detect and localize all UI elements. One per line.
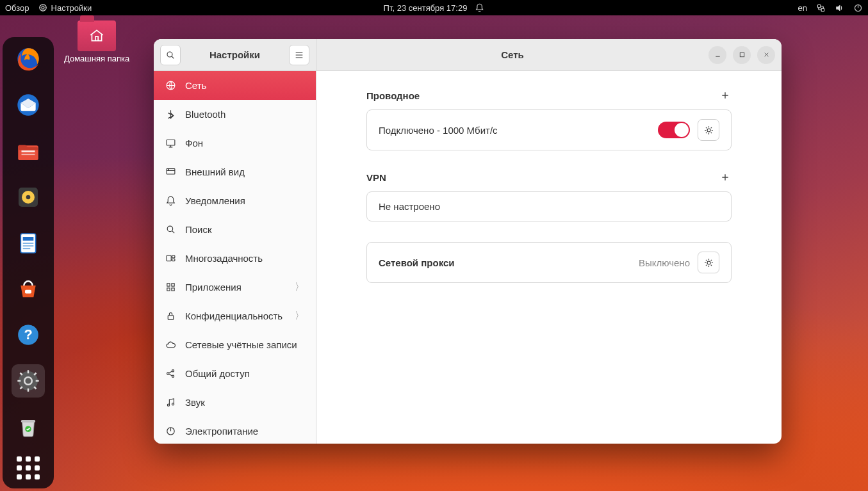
desktop-home-folder[interactable]: Домашняя папка [64, 20, 129, 63]
display-icon [165, 138, 176, 149]
svg-rect-2 [818, 4, 821, 7]
sidebar-item-search[interactable]: Поиск [154, 215, 316, 244]
svg-rect-28 [167, 140, 175, 146]
power-tray-icon[interactable] [853, 3, 863, 13]
sidebar-item-online-accounts[interactable]: Сетевые учётные записи [154, 330, 316, 359]
gear-icon [703, 257, 714, 268]
svg-rect-36 [172, 284, 174, 286]
sidebar-item-apps[interactable]: Приложения 〉 [154, 273, 316, 302]
clock[interactable]: Пт, 23 сентября 17:29 [384, 3, 485, 13]
window-maximize-button[interactable] [733, 46, 751, 64]
wired-toggle[interactable] [658, 122, 690, 138]
add-wired-button[interactable] [719, 89, 732, 102]
sidebar-item-appearance[interactable]: Внешний вид [154, 157, 316, 186]
proxy-heading: Сетевой прокси [379, 257, 639, 268]
proxy-status-label: Выключено [639, 257, 690, 268]
multitask-icon [165, 253, 176, 264]
sidebar-item-label: Электропитание [185, 426, 258, 437]
svg-point-40 [167, 373, 169, 374]
share-icon [165, 368, 176, 379]
app-menu[interactable]: Настройки [38, 3, 92, 13]
dock-writer[interactable] [12, 227, 45, 260]
dock-rhythmbox[interactable] [12, 181, 45, 214]
keyboard-indicator[interactable]: en [798, 3, 807, 13]
add-vpn-button[interactable] [719, 171, 732, 184]
svg-rect-32 [167, 255, 171, 261]
hamburger-button[interactable] [289, 45, 309, 65]
svg-text:?: ? [24, 326, 32, 342]
svg-point-31 [167, 226, 173, 232]
svg-rect-8 [22, 150, 35, 152]
svg-rect-19 [25, 290, 31, 294]
gear-icon [703, 125, 714, 136]
sidebar-list: Сеть Bluetooth Фон Внешний вид Уведомлен… [154, 71, 316, 444]
dock: ? [3, 37, 54, 488]
dock-files[interactable] [12, 134, 45, 168]
svg-point-42 [172, 375, 174, 377]
sidebar-item-privacy[interactable]: Конфиденциальность 〉 [154, 302, 316, 330]
dock-settings[interactable] [12, 364, 45, 398]
settings-sidebar: Настройки Сеть Bluetooth Фон Внешний вид [154, 39, 316, 444]
activities-button[interactable]: Обзор [5, 3, 29, 13]
lock-icon [165, 310, 176, 321]
svg-point-41 [172, 370, 174, 372]
dock-apps-button[interactable] [17, 456, 40, 479]
settings-window: Настройки Сеть Bluetooth Фон Внешний вид [154, 39, 782, 444]
bluetooth-icon [165, 109, 176, 120]
search-button[interactable] [160, 45, 181, 65]
wired-status-label: Подключено - 1000 Мбит/с [379, 125, 658, 136]
svg-rect-33 [172, 255, 175, 258]
svg-point-30 [168, 170, 169, 170]
music-icon [165, 397, 176, 408]
app-menu-label: Настройки [51, 3, 92, 13]
volume-tray-icon[interactable] [835, 3, 844, 13]
svg-rect-46 [740, 52, 744, 56]
svg-rect-16 [23, 243, 34, 244]
proxy-settings-button[interactable] [698, 252, 719, 273]
sidebar-item-background[interactable]: Фон [154, 129, 316, 157]
wired-heading: Проводное [366, 90, 420, 101]
dock-software[interactable] [12, 272, 45, 305]
sidebar-item-label: Общий доступ [185, 368, 250, 379]
sidebar-item-network[interactable]: Сеть [154, 71, 316, 100]
svg-rect-38 [172, 288, 174, 291]
window-minimize-button[interactable] [708, 46, 726, 64]
sidebar-item-label: Поиск [185, 224, 212, 235]
sidebar-item-multitasking[interactable]: Многозадачность [154, 244, 316, 273]
network-tray-icon[interactable] [816, 3, 826, 13]
search-icon [165, 50, 176, 60]
sidebar-header: Настройки [154, 39, 316, 71]
sidebar-item-label: Уведомления [185, 195, 245, 206]
svg-rect-35 [167, 284, 170, 286]
sidebar-item-label: Сетевые учётные записи [185, 339, 297, 350]
sidebar-item-bluetooth[interactable]: Bluetooth [154, 100, 316, 129]
svg-rect-39 [168, 316, 174, 319]
sidebar-item-label: Внешний вид [185, 166, 245, 177]
sidebar-item-sound[interactable]: Звук [154, 388, 316, 417]
svg-point-1 [42, 6, 44, 9]
dock-help[interactable]: ? [12, 318, 45, 351]
window-close-button[interactable] [757, 46, 775, 64]
svg-point-47 [707, 129, 710, 132]
wired-settings-button[interactable] [698, 119, 719, 141]
dock-trash[interactable] [12, 410, 45, 444]
svg-rect-9 [22, 154, 35, 155]
svg-point-26 [167, 52, 172, 57]
svg-rect-37 [167, 288, 170, 291]
sidebar-item-label: Звук [185, 397, 205, 408]
minimize-icon [714, 51, 721, 58]
wired-section-header: Проводное [366, 89, 732, 102]
sidebar-item-power[interactable]: Электропитание [154, 417, 316, 444]
vpn-card: Не настроено [366, 191, 732, 221]
dock-firefox[interactable] [12, 42, 45, 76]
sidebar-item-notifications[interactable]: Уведомления [154, 186, 316, 215]
vpn-heading: VPN [366, 172, 386, 183]
svg-rect-18 [23, 248, 31, 249]
sidebar-item-label: Фон [185, 138, 203, 149]
dock-thunderbird[interactable] [12, 88, 45, 122]
svg-point-43 [167, 404, 169, 406]
top-bar: Обзор Настройки Пт, 23 сентября 17:29 en [0, 0, 868, 15]
sidebar-item-sharing[interactable]: Общий доступ [154, 359, 316, 388]
bell-icon [475, 3, 484, 13]
svg-point-48 [707, 261, 710, 264]
